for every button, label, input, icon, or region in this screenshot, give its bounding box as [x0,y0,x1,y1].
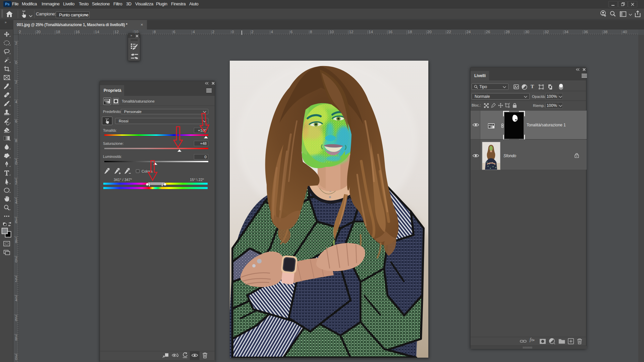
svg-text:0: 0 [232,30,234,34]
svg-text:28: 28 [505,30,510,34]
svg-text:40: 40 [623,30,627,34]
svg-text:12: 12 [349,30,354,34]
svg-text:14: 14 [95,30,99,34]
svg-text:38: 38 [603,30,607,34]
svg-text:20: 20 [36,30,41,34]
svg-text:16: 16 [75,30,80,34]
svg-text:0: 0 [15,161,17,165]
svg-text:0: 0 [15,61,17,65]
svg-text:18: 18 [408,30,412,34]
svg-text:4: 4 [15,298,17,302]
svg-text:30: 30 [525,30,529,34]
svg-text:12: 12 [114,30,119,34]
svg-text:2: 2 [15,181,17,185]
svg-text:26: 26 [486,30,490,34]
svg-text:8: 8 [15,139,17,143]
svg-text:6: 6 [173,30,175,34]
svg-text:24: 24 [466,30,471,34]
svg-text:18: 18 [56,30,60,34]
svg-text:4: 4 [271,30,273,34]
svg-text:8: 8 [154,30,156,34]
svg-text:6: 6 [15,119,17,123]
svg-text:22: 22 [447,30,451,34]
svg-text:2: 2 [15,279,17,283]
svg-text:8: 8 [310,30,312,34]
svg-text:36: 36 [584,30,588,34]
svg-text:8: 8 [15,240,17,244]
svg-text:14: 14 [369,30,373,34]
svg-text:6: 6 [15,220,17,224]
svg-text:6: 6 [290,30,292,34]
svg-text:20: 20 [427,30,432,34]
svg-text:4: 4 [193,30,195,34]
svg-text:2: 2 [15,80,17,84]
svg-text:10: 10 [329,30,334,34]
svg-text:2: 2 [212,30,214,34]
svg-text:2: 2 [251,30,253,34]
svg-text:6: 6 [15,318,17,322]
svg-text:4: 4 [15,200,17,204]
svg-text:4: 4 [15,100,17,104]
svg-text:8: 8 [15,337,17,341]
svg-text:0: 0 [15,259,17,263]
svg-text:16: 16 [388,30,392,34]
svg-text:32: 32 [545,30,549,34]
svg-text:0: 0 [15,357,17,361]
svg-text:34: 34 [564,30,569,34]
svg-text:2: 2 [15,41,17,45]
